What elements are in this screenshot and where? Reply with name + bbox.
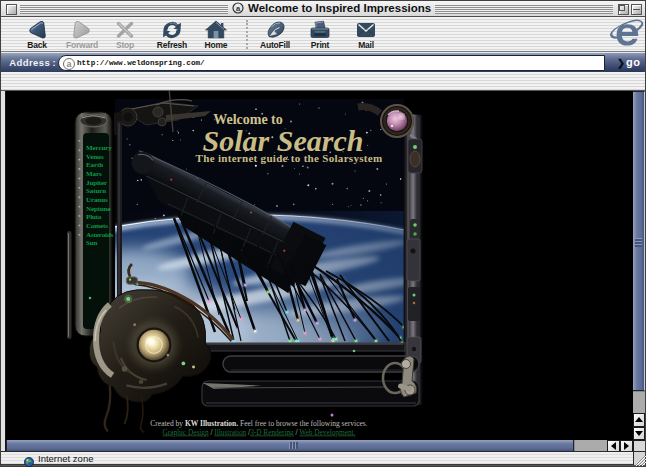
svg-text:Asteroids: Asteroids	[86, 231, 114, 239]
svg-text:Venus: Venus	[86, 153, 104, 161]
svg-text:Pluto: Pluto	[86, 213, 102, 221]
svg-text:Saturn: Saturn	[86, 187, 106, 195]
svg-text:Sun: Sun	[86, 239, 98, 247]
svg-text:a: a	[236, 4, 241, 13]
svg-text:Mars: Mars	[86, 170, 102, 178]
svg-text:Mercury: Mercury	[86, 144, 112, 152]
svg-text:Graphic Design / Illustration: Graphic Design / Illustration /3-D Rende…	[163, 428, 356, 437]
svg-text:Uranus: Uranus	[86, 196, 108, 204]
svg-text:Jupiter: Jupiter	[86, 179, 107, 187]
svg-text:Comets: Comets	[86, 222, 108, 230]
svg-text:Earth: Earth	[86, 161, 103, 169]
svg-text:The internet guide to the Sola: The internet guide to the Solarsystem	[196, 152, 383, 164]
svg-text:Neptune: Neptune	[86, 205, 111, 213]
